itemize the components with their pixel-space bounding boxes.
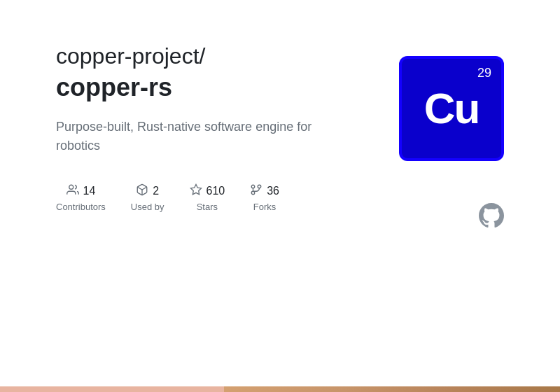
fork-icon (250, 183, 262, 199)
stat-used-by[interactable]: 2 Used by (131, 183, 164, 212)
repo-description: Purpose-built, Rust-native software engi… (56, 118, 350, 155)
svg-marker-2 (190, 185, 201, 195)
element-symbol: Cu (424, 87, 479, 130)
repo-name: copper-rs (56, 71, 350, 104)
forks-label: Forks (253, 202, 276, 212)
package-icon (136, 183, 148, 199)
people-icon (66, 183, 79, 199)
stat-forks[interactable]: 36 Forks (250, 183, 279, 212)
stat-contributors[interactable]: 14 Contributors (56, 183, 106, 212)
svg-point-5 (258, 186, 261, 189)
contributors-count: 14 (83, 185, 96, 197)
bottom-bar (0, 386, 560, 392)
copper-element-icon: 29 Cu (399, 56, 504, 161)
github-icon[interactable] (479, 203, 504, 231)
svg-point-0 (69, 186, 73, 190)
left-section: copper-project/ copper-rs Purpose-built,… (56, 42, 350, 212)
star-icon (190, 183, 202, 199)
repo-owner: copper-project/ copper-rs (56, 42, 350, 118)
stars-label: Stars (197, 202, 218, 212)
right-section: 29 Cu (399, 42, 504, 231)
element-number: 29 (477, 66, 491, 80)
main-content: copper-project/ copper-rs Purpose-built,… (0, 0, 560, 386)
stat-stars[interactable]: 610 Stars (190, 183, 225, 212)
stars-count: 610 (206, 185, 225, 197)
contributors-label: Contributors (56, 202, 106, 212)
used-by-count: 2 (153, 185, 159, 197)
stats-row: 14 Contributors 2 Used by (56, 183, 350, 212)
used-by-label: Used by (131, 202, 164, 212)
svg-point-4 (251, 186, 255, 189)
forks-count: 36 (267, 185, 279, 197)
